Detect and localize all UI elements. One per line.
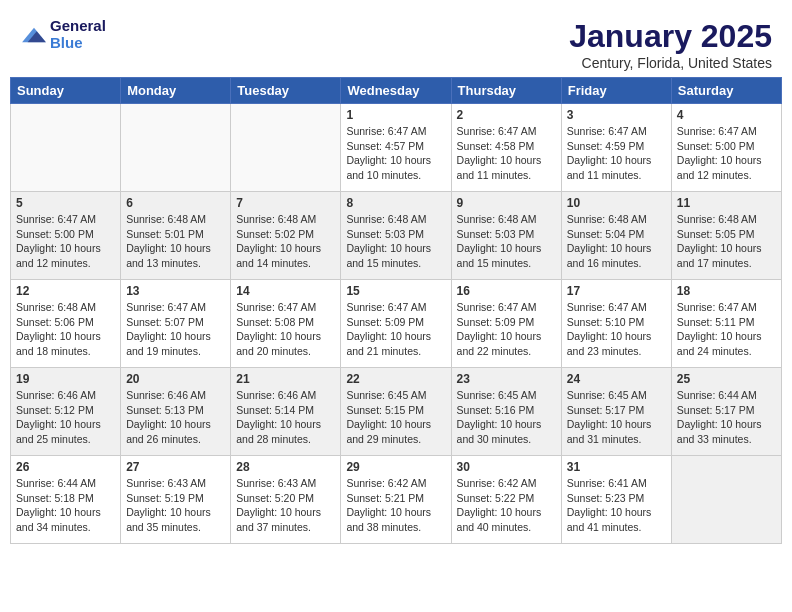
day-number: 4 [677, 108, 776, 122]
day-of-week-header: Wednesday [341, 78, 451, 104]
day-number: 22 [346, 372, 445, 386]
calendar-day-cell: 3Sunrise: 6:47 AM Sunset: 4:59 PM Daylig… [561, 104, 671, 192]
day-info: Sunrise: 6:48 AM Sunset: 5:06 PM Dayligh… [16, 300, 115, 359]
day-number: 13 [126, 284, 225, 298]
day-number: 24 [567, 372, 666, 386]
day-number: 3 [567, 108, 666, 122]
day-number: 30 [457, 460, 556, 474]
day-number: 11 [677, 196, 776, 210]
day-info: Sunrise: 6:47 AM Sunset: 5:07 PM Dayligh… [126, 300, 225, 359]
calendar-day-cell [231, 104, 341, 192]
calendar-day-cell: 25Sunrise: 6:44 AM Sunset: 5:17 PM Dayli… [671, 368, 781, 456]
day-number: 10 [567, 196, 666, 210]
day-info: Sunrise: 6:48 AM Sunset: 5:03 PM Dayligh… [457, 212, 556, 271]
calendar-day-cell: 26Sunrise: 6:44 AM Sunset: 5:18 PM Dayli… [11, 456, 121, 544]
day-info: Sunrise: 6:45 AM Sunset: 5:17 PM Dayligh… [567, 388, 666, 447]
day-number: 9 [457, 196, 556, 210]
day-number: 6 [126, 196, 225, 210]
calendar-day-cell: 14Sunrise: 6:47 AM Sunset: 5:08 PM Dayli… [231, 280, 341, 368]
logo-icon [20, 24, 48, 46]
day-number: 2 [457, 108, 556, 122]
calendar-day-cell: 8Sunrise: 6:48 AM Sunset: 5:03 PM Daylig… [341, 192, 451, 280]
day-of-week-header: Saturday [671, 78, 781, 104]
day-number: 27 [126, 460, 225, 474]
day-info: Sunrise: 6:47 AM Sunset: 4:59 PM Dayligh… [567, 124, 666, 183]
day-number: 14 [236, 284, 335, 298]
day-number: 28 [236, 460, 335, 474]
day-number: 16 [457, 284, 556, 298]
day-info: Sunrise: 6:43 AM Sunset: 5:19 PM Dayligh… [126, 476, 225, 535]
calendar-day-cell: 29Sunrise: 6:42 AM Sunset: 5:21 PM Dayli… [341, 456, 451, 544]
day-info: Sunrise: 6:48 AM Sunset: 5:04 PM Dayligh… [567, 212, 666, 271]
calendar-day-cell: 24Sunrise: 6:45 AM Sunset: 5:17 PM Dayli… [561, 368, 671, 456]
page-header: General Blue January 2025 Century, Flori… [10, 10, 782, 77]
location: Century, Florida, United States [569, 55, 772, 71]
day-info: Sunrise: 6:47 AM Sunset: 4:58 PM Dayligh… [457, 124, 556, 183]
calendar-day-cell: 30Sunrise: 6:42 AM Sunset: 5:22 PM Dayli… [451, 456, 561, 544]
calendar-day-cell: 13Sunrise: 6:47 AM Sunset: 5:07 PM Dayli… [121, 280, 231, 368]
calendar-week-row: 19Sunrise: 6:46 AM Sunset: 5:12 PM Dayli… [11, 368, 782, 456]
calendar-day-cell: 9Sunrise: 6:48 AM Sunset: 5:03 PM Daylig… [451, 192, 561, 280]
day-number: 26 [16, 460, 115, 474]
calendar-day-cell: 16Sunrise: 6:47 AM Sunset: 5:09 PM Dayli… [451, 280, 561, 368]
calendar-week-row: 1Sunrise: 6:47 AM Sunset: 4:57 PM Daylig… [11, 104, 782, 192]
day-number: 5 [16, 196, 115, 210]
calendar-day-cell: 11Sunrise: 6:48 AM Sunset: 5:05 PM Dayli… [671, 192, 781, 280]
title-area: January 2025 Century, Florida, United St… [569, 18, 772, 71]
day-info: Sunrise: 6:46 AM Sunset: 5:13 PM Dayligh… [126, 388, 225, 447]
day-info: Sunrise: 6:48 AM Sunset: 5:03 PM Dayligh… [346, 212, 445, 271]
calendar-day-cell: 5Sunrise: 6:47 AM Sunset: 5:00 PM Daylig… [11, 192, 121, 280]
day-number: 17 [567, 284, 666, 298]
day-number: 15 [346, 284, 445, 298]
day-of-week-header: Tuesday [231, 78, 341, 104]
calendar-day-cell: 15Sunrise: 6:47 AM Sunset: 5:09 PM Dayli… [341, 280, 451, 368]
calendar-day-cell: 4Sunrise: 6:47 AM Sunset: 5:00 PM Daylig… [671, 104, 781, 192]
day-info: Sunrise: 6:48 AM Sunset: 5:05 PM Dayligh… [677, 212, 776, 271]
day-info: Sunrise: 6:47 AM Sunset: 5:00 PM Dayligh… [16, 212, 115, 271]
calendar-day-cell [121, 104, 231, 192]
calendar-day-cell: 2Sunrise: 6:47 AM Sunset: 4:58 PM Daylig… [451, 104, 561, 192]
calendar-day-cell: 1Sunrise: 6:47 AM Sunset: 4:57 PM Daylig… [341, 104, 451, 192]
day-number: 1 [346, 108, 445, 122]
day-number: 23 [457, 372, 556, 386]
day-number: 20 [126, 372, 225, 386]
calendar-header-row: SundayMondayTuesdayWednesdayThursdayFrid… [11, 78, 782, 104]
calendar-day-cell: 17Sunrise: 6:47 AM Sunset: 5:10 PM Dayli… [561, 280, 671, 368]
calendar-week-row: 5Sunrise: 6:47 AM Sunset: 5:00 PM Daylig… [11, 192, 782, 280]
logo-text: General Blue [50, 18, 106, 51]
calendar-table: SundayMondayTuesdayWednesdayThursdayFrid… [10, 77, 782, 544]
calendar-day-cell: 7Sunrise: 6:48 AM Sunset: 5:02 PM Daylig… [231, 192, 341, 280]
calendar-day-cell: 27Sunrise: 6:43 AM Sunset: 5:19 PM Dayli… [121, 456, 231, 544]
day-number: 7 [236, 196, 335, 210]
day-info: Sunrise: 6:47 AM Sunset: 5:09 PM Dayligh… [457, 300, 556, 359]
calendar-day-cell: 21Sunrise: 6:46 AM Sunset: 5:14 PM Dayli… [231, 368, 341, 456]
calendar-day-cell: 19Sunrise: 6:46 AM Sunset: 5:12 PM Dayli… [11, 368, 121, 456]
day-number: 12 [16, 284, 115, 298]
day-info: Sunrise: 6:48 AM Sunset: 5:02 PM Dayligh… [236, 212, 335, 271]
calendar-day-cell: 6Sunrise: 6:48 AM Sunset: 5:01 PM Daylig… [121, 192, 231, 280]
day-info: Sunrise: 6:47 AM Sunset: 5:00 PM Dayligh… [677, 124, 776, 183]
day-of-week-header: Monday [121, 78, 231, 104]
day-info: Sunrise: 6:47 AM Sunset: 5:11 PM Dayligh… [677, 300, 776, 359]
calendar-day-cell: 10Sunrise: 6:48 AM Sunset: 5:04 PM Dayli… [561, 192, 671, 280]
day-info: Sunrise: 6:46 AM Sunset: 5:12 PM Dayligh… [16, 388, 115, 447]
day-number: 18 [677, 284, 776, 298]
calendar-day-cell: 23Sunrise: 6:45 AM Sunset: 5:16 PM Dayli… [451, 368, 561, 456]
day-of-week-header: Friday [561, 78, 671, 104]
calendar-day-cell [11, 104, 121, 192]
day-of-week-header: Sunday [11, 78, 121, 104]
day-info: Sunrise: 6:45 AM Sunset: 5:15 PM Dayligh… [346, 388, 445, 447]
day-number: 21 [236, 372, 335, 386]
day-info: Sunrise: 6:41 AM Sunset: 5:23 PM Dayligh… [567, 476, 666, 535]
day-info: Sunrise: 6:45 AM Sunset: 5:16 PM Dayligh… [457, 388, 556, 447]
calendar-day-cell [671, 456, 781, 544]
day-of-week-header: Thursday [451, 78, 561, 104]
calendar-week-row: 26Sunrise: 6:44 AM Sunset: 5:18 PM Dayli… [11, 456, 782, 544]
day-info: Sunrise: 6:43 AM Sunset: 5:20 PM Dayligh… [236, 476, 335, 535]
calendar-day-cell: 20Sunrise: 6:46 AM Sunset: 5:13 PM Dayli… [121, 368, 231, 456]
calendar-week-row: 12Sunrise: 6:48 AM Sunset: 5:06 PM Dayli… [11, 280, 782, 368]
day-number: 31 [567, 460, 666, 474]
day-info: Sunrise: 6:47 AM Sunset: 5:09 PM Dayligh… [346, 300, 445, 359]
day-number: 25 [677, 372, 776, 386]
day-info: Sunrise: 6:44 AM Sunset: 5:17 PM Dayligh… [677, 388, 776, 447]
